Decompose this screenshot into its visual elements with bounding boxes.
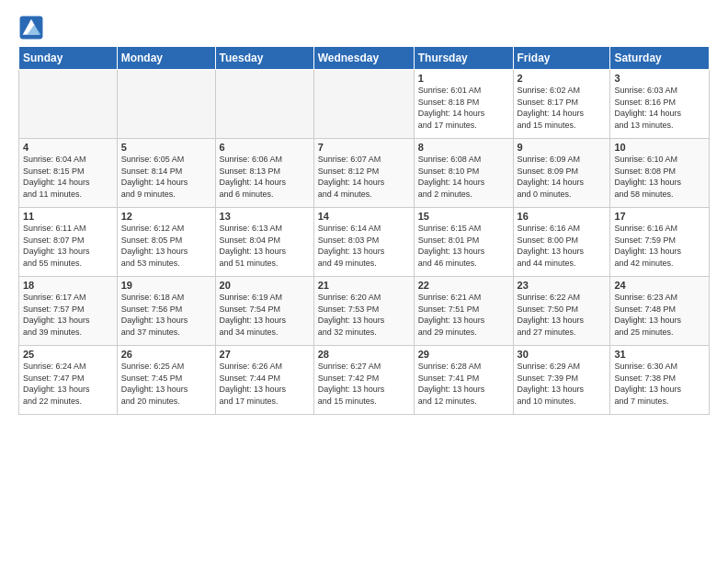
day-info: Sunrise: 6:10 AM Sunset: 8:08 PM Dayligh…	[614, 154, 705, 200]
calendar-cell: 20Sunrise: 6:19 AM Sunset: 7:54 PM Dayli…	[215, 277, 313, 346]
day-info: Sunrise: 6:25 AM Sunset: 7:45 PM Dayligh…	[121, 361, 211, 407]
calendar-cell: 18Sunrise: 6:17 AM Sunset: 7:57 PM Dayli…	[19, 277, 118, 346]
calendar-cell: 11Sunrise: 6:11 AM Sunset: 8:07 PM Dayli…	[19, 208, 118, 277]
calendar-cell	[215, 70, 313, 139]
calendar-cell: 17Sunrise: 6:16 AM Sunset: 7:59 PM Dayli…	[610, 208, 710, 277]
day-number: 22	[418, 280, 509, 291]
calendar-cell: 8Sunrise: 6:08 AM Sunset: 8:10 PM Daylig…	[414, 139, 513, 208]
calendar-cell: 7Sunrise: 6:07 AM Sunset: 8:12 PM Daylig…	[313, 139, 414, 208]
day-info: Sunrise: 6:19 AM Sunset: 7:54 PM Dayligh…	[220, 292, 310, 338]
day-info: Sunrise: 6:23 AM Sunset: 7:48 PM Dayligh…	[614, 292, 705, 338]
calendar-cell: 9Sunrise: 6:09 AM Sunset: 8:09 PM Daylig…	[513, 139, 610, 208]
day-info: Sunrise: 6:12 AM Sunset: 8:05 PM Dayligh…	[121, 223, 211, 269]
day-number: 2	[518, 73, 607, 84]
day-info: Sunrise: 6:21 AM Sunset: 7:51 PM Dayligh…	[418, 292, 509, 338]
day-info: Sunrise: 6:28 AM Sunset: 7:41 PM Dayligh…	[418, 361, 509, 407]
week-row-4: 25Sunrise: 6:24 AM Sunset: 7:47 PM Dayli…	[19, 346, 710, 415]
calendar-cell: 2Sunrise: 6:02 AM Sunset: 8:17 PM Daylig…	[513, 70, 610, 139]
day-number: 28	[318, 349, 410, 360]
calendar-cell: 25Sunrise: 6:24 AM Sunset: 7:47 PM Dayli…	[19, 346, 118, 415]
day-number: 16	[518, 211, 607, 222]
calendar: SundayMondayTuesdayWednesdayThursdayFrid…	[18, 46, 710, 415]
header	[18, 15, 710, 40]
day-number: 17	[614, 211, 705, 222]
calendar-cell	[117, 70, 215, 139]
week-row-3: 18Sunrise: 6:17 AM Sunset: 7:57 PM Dayli…	[19, 277, 710, 346]
day-number: 30	[518, 349, 607, 360]
day-number: 6	[220, 142, 310, 153]
day-number: 10	[614, 142, 705, 153]
week-row-1: 4Sunrise: 6:04 AM Sunset: 8:15 PM Daylig…	[19, 139, 710, 208]
day-info: Sunrise: 6:01 AM Sunset: 8:18 PM Dayligh…	[418, 85, 509, 131]
day-number: 14	[318, 211, 410, 222]
day-info: Sunrise: 6:14 AM Sunset: 8:03 PM Dayligh…	[318, 223, 410, 269]
page: SundayMondayTuesdayWednesdayThursdayFrid…	[0, 0, 728, 424]
day-number: 21	[318, 280, 410, 291]
day-number: 9	[518, 142, 607, 153]
day-info: Sunrise: 6:15 AM Sunset: 8:01 PM Dayligh…	[418, 223, 509, 269]
day-number: 15	[418, 211, 509, 222]
calendar-cell: 27Sunrise: 6:26 AM Sunset: 7:44 PM Dayli…	[215, 346, 313, 415]
day-number: 11	[23, 211, 113, 222]
calendar-cell: 19Sunrise: 6:18 AM Sunset: 7:56 PM Dayli…	[117, 277, 215, 346]
day-number: 1	[418, 73, 509, 84]
day-info: Sunrise: 6:16 AM Sunset: 7:59 PM Dayligh…	[614, 223, 705, 269]
week-row-2: 11Sunrise: 6:11 AM Sunset: 8:07 PM Dayli…	[19, 208, 710, 277]
day-info: Sunrise: 6:27 AM Sunset: 7:42 PM Dayligh…	[318, 361, 410, 407]
day-number: 24	[614, 280, 705, 291]
day-number: 26	[121, 349, 211, 360]
weekday-tuesday: Tuesday	[215, 47, 313, 70]
day-info: Sunrise: 6:30 AM Sunset: 7:38 PM Dayligh…	[614, 361, 705, 407]
day-number: 23	[518, 280, 607, 291]
calendar-cell	[19, 70, 118, 139]
day-info: Sunrise: 6:29 AM Sunset: 7:39 PM Dayligh…	[518, 361, 607, 407]
day-number: 31	[614, 349, 705, 360]
calendar-cell: 28Sunrise: 6:27 AM Sunset: 7:42 PM Dayli…	[313, 346, 414, 415]
calendar-cell	[313, 70, 414, 139]
day-number: 12	[121, 211, 211, 222]
day-number: 19	[121, 280, 211, 291]
day-number: 5	[121, 142, 211, 153]
calendar-cell: 14Sunrise: 6:14 AM Sunset: 8:03 PM Dayli…	[313, 208, 414, 277]
day-number: 27	[220, 349, 310, 360]
day-number: 29	[418, 349, 509, 360]
day-info: Sunrise: 6:22 AM Sunset: 7:50 PM Dayligh…	[518, 292, 607, 338]
calendar-cell: 13Sunrise: 6:13 AM Sunset: 8:04 PM Dayli…	[215, 208, 313, 277]
weekday-friday: Friday	[513, 47, 610, 70]
logo	[18, 15, 48, 40]
day-info: Sunrise: 6:03 AM Sunset: 8:16 PM Dayligh…	[614, 85, 705, 131]
day-info: Sunrise: 6:04 AM Sunset: 8:15 PM Dayligh…	[23, 154, 113, 200]
day-info: Sunrise: 6:09 AM Sunset: 8:09 PM Dayligh…	[518, 154, 607, 200]
calendar-cell: 26Sunrise: 6:25 AM Sunset: 7:45 PM Dayli…	[117, 346, 215, 415]
logo-icon	[18, 15, 44, 40]
weekday-saturday: Saturday	[610, 47, 710, 70]
weekday-wednesday: Wednesday	[313, 47, 414, 70]
day-number: 20	[220, 280, 310, 291]
day-info: Sunrise: 6:02 AM Sunset: 8:17 PM Dayligh…	[518, 85, 607, 131]
day-number: 3	[614, 73, 705, 84]
day-info: Sunrise: 6:18 AM Sunset: 7:56 PM Dayligh…	[121, 292, 211, 338]
day-info: Sunrise: 6:07 AM Sunset: 8:12 PM Dayligh…	[318, 154, 410, 200]
calendar-cell: 24Sunrise: 6:23 AM Sunset: 7:48 PM Dayli…	[610, 277, 710, 346]
calendar-cell: 22Sunrise: 6:21 AM Sunset: 7:51 PM Dayli…	[414, 277, 513, 346]
day-info: Sunrise: 6:20 AM Sunset: 7:53 PM Dayligh…	[318, 292, 410, 338]
calendar-cell: 4Sunrise: 6:04 AM Sunset: 8:15 PM Daylig…	[19, 139, 118, 208]
weekday-header-row: SundayMondayTuesdayWednesdayThursdayFrid…	[19, 47, 710, 70]
calendar-cell: 1Sunrise: 6:01 AM Sunset: 8:18 PM Daylig…	[414, 70, 513, 139]
calendar-cell: 3Sunrise: 6:03 AM Sunset: 8:16 PM Daylig…	[610, 70, 710, 139]
calendar-cell: 30Sunrise: 6:29 AM Sunset: 7:39 PM Dayli…	[513, 346, 610, 415]
calendar-cell: 5Sunrise: 6:05 AM Sunset: 8:14 PM Daylig…	[117, 139, 215, 208]
day-info: Sunrise: 6:05 AM Sunset: 8:14 PM Dayligh…	[121, 154, 211, 200]
day-number: 4	[23, 142, 113, 153]
day-info: Sunrise: 6:06 AM Sunset: 8:13 PM Dayligh…	[220, 154, 310, 200]
calendar-cell: 6Sunrise: 6:06 AM Sunset: 8:13 PM Daylig…	[215, 139, 313, 208]
day-info: Sunrise: 6:26 AM Sunset: 7:44 PM Dayligh…	[220, 361, 310, 407]
weekday-monday: Monday	[117, 47, 215, 70]
calendar-cell: 21Sunrise: 6:20 AM Sunset: 7:53 PM Dayli…	[313, 277, 414, 346]
calendar-cell: 23Sunrise: 6:22 AM Sunset: 7:50 PM Dayli…	[513, 277, 610, 346]
calendar-cell: 10Sunrise: 6:10 AM Sunset: 8:08 PM Dayli…	[610, 139, 710, 208]
calendar-cell: 15Sunrise: 6:15 AM Sunset: 8:01 PM Dayli…	[414, 208, 513, 277]
weekday-sunday: Sunday	[19, 47, 118, 70]
weekday-thursday: Thursday	[414, 47, 513, 70]
day-info: Sunrise: 6:24 AM Sunset: 7:47 PM Dayligh…	[23, 361, 113, 407]
